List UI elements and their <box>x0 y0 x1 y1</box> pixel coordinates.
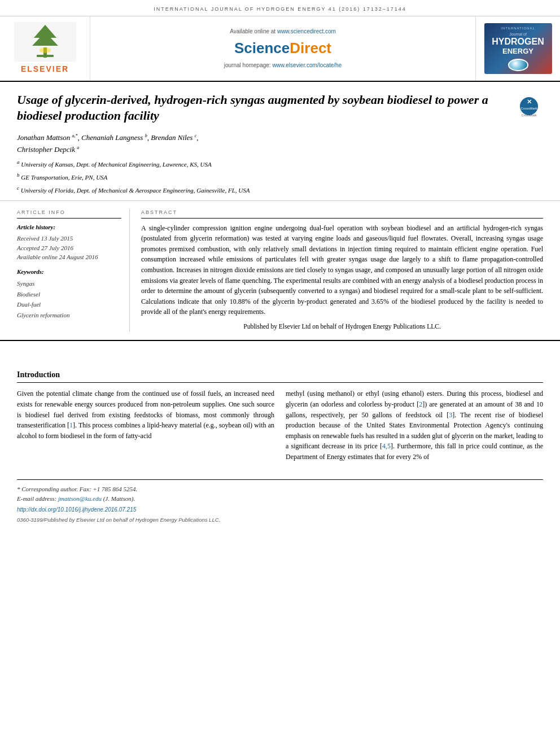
affiliation-b: b GE Transportation, Erie, PN, USA <box>17 172 509 182</box>
affiliation-a: a University of Kansas, Dept. of Mechani… <box>17 159 509 169</box>
elsevier-logo-box: ELSEVIER <box>0 16 90 81</box>
available-online-text: Available online at www.sciencedirect.co… <box>230 28 336 36</box>
introduction-col2: methyl (using methanol) or ethyl (using … <box>286 388 543 462</box>
keyword-biodiesel: Biodiesel <box>17 291 40 298</box>
article-history-heading: Article history: <box>17 223 121 231</box>
email-note: E-mail address: jmattson@ku.edu (J. Matt… <box>17 494 543 504</box>
introduction-col1: Given the potential climate change from … <box>17 388 274 462</box>
authors-line: Jonathan Mattson a,*, Chenaniah Langness… <box>17 132 509 156</box>
introduction-body: Given the potential climate change from … <box>17 388 543 462</box>
elsevier-label: ELSEVIER <box>21 64 69 75</box>
author-email-link[interactable]: jmattson@ku.edu <box>58 495 102 502</box>
keyword-glycerin: Glycerin reformation <box>17 312 69 318</box>
hydrogen-journal-cover: International Journal of HYDROGEN ENERGY <box>484 23 552 74</box>
author-langness: Chenaniah Langness <box>81 133 143 142</box>
crossmark-badge[interactable]: ✕ CrossMark CrossMark <box>515 95 543 123</box>
author-mattson: Jonathan Mattson <box>17 133 70 142</box>
svg-point-5 <box>40 47 51 53</box>
author-depcik: Christopher Depcik <box>17 145 75 154</box>
received-date: Received 13 July 2015 Accepted 27 July 2… <box>17 234 121 262</box>
affiliation-c: c University of Florida, Dept. of Mechan… <box>17 185 509 195</box>
article-info-col: ARTICLE INFO Article history: Received 1… <box>17 209 130 332</box>
journal-name-text: INTERNATIONAL JOURNAL OF HYDROGEN ENERGY… <box>154 6 406 12</box>
ref-4-5-link[interactable]: 4,5 <box>382 442 391 450</box>
article-info-label: ARTICLE INFO <box>17 209 121 219</box>
issn-text: 0360-3199/Published by Elsevier Ltd on b… <box>17 516 543 524</box>
svg-text:✕: ✕ <box>527 98 532 105</box>
keyword-syngas: Syngas <box>17 280 34 287</box>
journal-homepage-link[interactable]: www.elsevier.com/locate/he <box>272 62 342 68</box>
author-niles: Brendan Niles <box>151 133 193 142</box>
ref-1-link[interactable]: 1 <box>69 421 73 429</box>
article-body: ARTICLE INFO Article history: Received 1… <box>0 201 560 341</box>
article-title-section: Usage of glycerin-derived, hydrogen-rich… <box>0 82 560 201</box>
published-line: Published by Elsevier Ltd on behalf of H… <box>141 322 543 332</box>
crossmark-icon: ✕ CrossMark CrossMark <box>515 95 543 123</box>
main-content: Introduction Given the potential climate… <box>0 358 560 474</box>
introduction-title: Introduction <box>17 369 543 383</box>
ref-2-link[interactable]: 2 <box>419 400 422 408</box>
corresponding-author-note: * Corresponding author. Fax: +1 785 864 … <box>17 484 543 495</box>
top-section: ELSEVIER Available online at www.science… <box>0 16 560 82</box>
svg-text:CrossMark: CrossMark <box>520 107 537 110</box>
doi-link[interactable]: http://dx.doi.org/10.1016/j.ijhydene.201… <box>17 505 543 514</box>
sciencedirect-url-link[interactable]: www.sciencedirect.com <box>277 28 336 34</box>
abstract-label: ABSTRACT <box>141 209 543 219</box>
journal-homepage-text: journal homepage: www.elsevier.com/locat… <box>224 62 342 69</box>
svg-rect-4 <box>37 55 54 57</box>
center-header: Available online at www.sciencedirect.co… <box>90 16 475 81</box>
journal-header-bar: INTERNATIONAL JOURNAL OF HYDROGEN ENERGY… <box>0 0 560 16</box>
svg-text:CrossMark: CrossMark <box>522 113 537 117</box>
hydrogen-journal-box: International Journal of HYDROGEN ENERGY <box>475 16 560 81</box>
doi-anchor[interactable]: http://dx.doi.org/10.1016/j.ijhydene.201… <box>17 506 136 513</box>
keywords-heading: Keywords: <box>17 268 121 276</box>
abstract-text: A single-cylinder compression ignition e… <box>141 223 543 332</box>
article-main-title: Usage of glycerin-derived, hydrogen-rich… <box>17 92 509 124</box>
hydrogen-journal-orb <box>508 59 528 71</box>
keywords-list: Syngas Biodiesel Dual-fuel Glycerin refo… <box>17 278 121 321</box>
ref-3-link[interactable]: 3 <box>449 411 452 419</box>
keyword-dualfuel: Dual-fuel <box>17 301 41 308</box>
footnote-section: * Corresponding author. Fax: +1 785 864 … <box>17 479 543 524</box>
elsevier-tree-icon <box>14 22 76 62</box>
spacer <box>0 341 560 358</box>
article-title-text-block: Usage of glycerin-derived, hydrogen-rich… <box>17 92 509 195</box>
abstract-col: ABSTRACT A single-cylinder compression i… <box>141 209 543 332</box>
sciencedirect-brand: ScienceDirect <box>234 38 331 58</box>
